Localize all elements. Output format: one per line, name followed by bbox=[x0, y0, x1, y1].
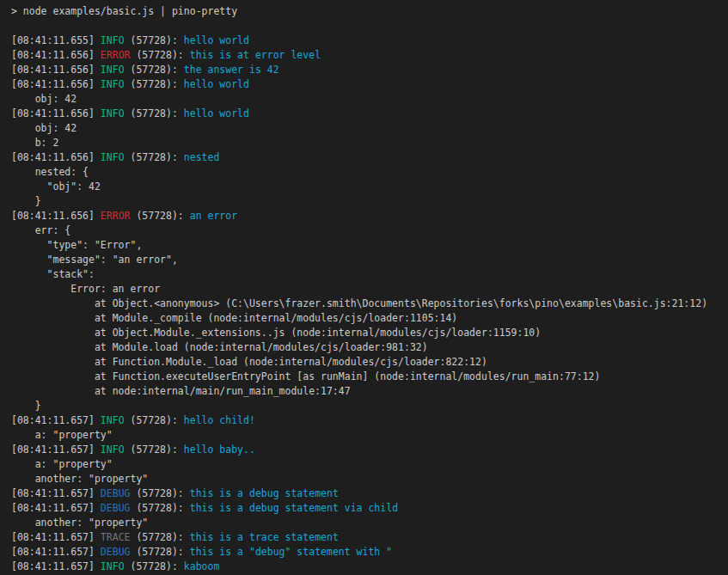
detail-text: at Function.executeUserEntryPoint [as ru… bbox=[11, 370, 600, 382]
log-level: INFO bbox=[101, 34, 125, 46]
log-detail-line: b: 2 bbox=[11, 136, 728, 150]
log-line: [08:41:11.657] TRACE (57728): this is a … bbox=[11, 530, 728, 545]
log-detail-line: nested: { bbox=[11, 165, 728, 180]
log-line: [08:41:11.657] DEBUG (57728): this is a … bbox=[11, 486, 728, 501]
log-pid: (57728): bbox=[125, 34, 184, 46]
log-timestamp: [08:41:11.657] bbox=[11, 443, 101, 456]
log-message: an error bbox=[190, 210, 237, 222]
log-line: [08:41:11.657] DEBUG (57728): this is a … bbox=[11, 545, 728, 560]
detail-text: at node:internal/main/run_main_module:17… bbox=[11, 385, 351, 397]
log-pid: (57728): bbox=[125, 560, 184, 572]
log-message: hello baby.. bbox=[184, 443, 255, 456]
log-message: hello world bbox=[184, 107, 249, 119]
log-pid: (57728): bbox=[125, 414, 184, 426]
log-line: [08:41:11.657] INFO (57728): hello baby.… bbox=[11, 443, 728, 457]
command-line: > node examples/basic.js | pino-pretty bbox=[11, 4, 728, 19]
detail-text: } bbox=[11, 400, 41, 412]
detail-text: at Object.<anonymous> (C:\Users\frazer.s… bbox=[11, 297, 707, 309]
detail-text: at Module.load (node:internal/modules/cj… bbox=[11, 341, 428, 353]
log-detail-line: at Module._compile (node:internal/module… bbox=[11, 311, 728, 326]
log-message: this is a "debug" statement with " bbox=[190, 546, 392, 558]
detail-text: "obj": 42 bbox=[11, 180, 101, 193]
log-timestamp: [08:41:11.657] bbox=[11, 502, 101, 514]
log-timestamp: [08:41:11.656] bbox=[11, 107, 101, 119]
log-detail-line: at Function.Module._load (node:internal/… bbox=[11, 355, 728, 370]
log-level: INFO bbox=[101, 78, 125, 90]
log-pid: (57728): bbox=[130, 531, 189, 543]
detail-text: obj: 42 bbox=[11, 93, 76, 105]
log-message: this is a trace statement bbox=[190, 531, 339, 543]
log-detail-line: at node:internal/main/run_main_module:17… bbox=[11, 384, 728, 399]
log-detail-line: obj: 42 bbox=[11, 121, 728, 136]
log-line: [08:41:11.657] INFO (57728): kaboom bbox=[11, 560, 728, 574]
log-detail-line: } bbox=[11, 399, 728, 413]
log-level: INFO bbox=[101, 64, 125, 76]
detail-text: err: { bbox=[11, 224, 70, 236]
detail-text: "type": "Error", bbox=[11, 239, 142, 251]
log-detail-line: err: { bbox=[11, 223, 728, 238]
log-pid: (57728): bbox=[125, 64, 184, 76]
log-pid: (57728): bbox=[125, 151, 184, 163]
log-pid: (57728): bbox=[130, 210, 189, 222]
log-detail-line: at Function.executeUserEntryPoint [as ru… bbox=[11, 370, 728, 384]
log-pid: (57728): bbox=[125, 107, 184, 119]
log-detail-line: obj: 42 bbox=[11, 92, 728, 107]
log-message: this is a debug statement via child bbox=[190, 502, 398, 514]
log-message: hello world bbox=[184, 78, 249, 90]
log-pid: (57728): bbox=[130, 487, 189, 499]
detail-text: a: "property" bbox=[11, 458, 113, 470]
detail-text: a: "property" bbox=[11, 429, 113, 441]
log-timestamp: [08:41:11.655] bbox=[11, 34, 101, 46]
log-detail-line: } bbox=[11, 194, 728, 209]
terminal-output[interactable]: > node examples/basic.js | pino-pretty [… bbox=[0, 0, 728, 575]
detail-text: nested: { bbox=[11, 166, 89, 178]
log-message: this is at error level bbox=[190, 49, 321, 61]
log-message: kaboom bbox=[184, 560, 220, 572]
log-pid: (57728): bbox=[130, 49, 189, 61]
log-level: ERROR bbox=[101, 210, 131, 222]
detail-text: Error: an error bbox=[11, 283, 160, 295]
log-line: [08:41:11.656] INFO (57728): nested bbox=[11, 150, 728, 165]
log-timestamp: [08:41:11.657] bbox=[11, 560, 101, 572]
log-line: [08:41:11.656] INFO (57728): hello world bbox=[11, 77, 728, 92]
log-message: hello child! bbox=[184, 414, 255, 426]
log-detail-line: Error: an error bbox=[11, 282, 728, 297]
log-message: hello world bbox=[184, 34, 249, 46]
log-line: [08:41:11.657] INFO (57728): hello child… bbox=[11, 413, 728, 428]
log-timestamp: [08:41:11.657] bbox=[11, 531, 101, 543]
log-timestamp: [08:41:11.657] bbox=[11, 414, 101, 426]
log-detail-line: at Module.load (node:internal/modules/cj… bbox=[11, 340, 728, 355]
detail-text: "message": "an error", bbox=[11, 254, 178, 266]
detail-text: at Module._compile (node:internal/module… bbox=[11, 312, 457, 324]
log-detail-line: "obj": 42 bbox=[11, 180, 728, 194]
log-level: INFO bbox=[101, 151, 125, 163]
log-level: ERROR bbox=[101, 49, 131, 61]
log-pid: (57728): bbox=[130, 502, 189, 514]
log-pid: (57728): bbox=[125, 78, 184, 90]
log-level: DEBUG bbox=[101, 502, 131, 514]
log-timestamp: [08:41:11.656] bbox=[11, 151, 101, 163]
log-message: this is a debug statement bbox=[190, 487, 339, 499]
log-level: INFO bbox=[101, 107, 125, 119]
log-level: TRACE bbox=[101, 531, 131, 543]
detail-text: b: 2 bbox=[11, 137, 58, 149]
log-line: [08:41:11.656] ERROR (57728): this is at… bbox=[11, 48, 728, 63]
detail-text: another: "property" bbox=[11, 517, 148, 529]
log-timestamp: [08:41:11.657] bbox=[11, 487, 101, 499]
log-timestamp: [08:41:11.657] bbox=[11, 546, 101, 558]
log-detail-line: "type": "Error", bbox=[11, 238, 728, 253]
log-level: INFO bbox=[101, 560, 125, 572]
log-line: [08:41:11.656] INFO (57728): the answer … bbox=[11, 63, 728, 77]
log-detail-line: "stack": bbox=[11, 267, 728, 282]
log-level: INFO bbox=[101, 414, 125, 426]
log-level: DEBUG bbox=[101, 546, 131, 558]
blank-line bbox=[11, 19, 728, 34]
log-line: [08:41:11.656] ERROR (57728): an error bbox=[11, 209, 728, 223]
log-detail-line: a: "property" bbox=[11, 457, 728, 472]
detail-text: another: "property" bbox=[11, 473, 148, 485]
log-level: DEBUG bbox=[101, 487, 131, 499]
log-timestamp: [08:41:11.656] bbox=[11, 49, 101, 61]
detail-text: at Function.Module._load (node:internal/… bbox=[11, 356, 487, 368]
log-timestamp: [08:41:11.656] bbox=[11, 210, 101, 222]
log-message: the answer is 42 bbox=[184, 64, 279, 76]
